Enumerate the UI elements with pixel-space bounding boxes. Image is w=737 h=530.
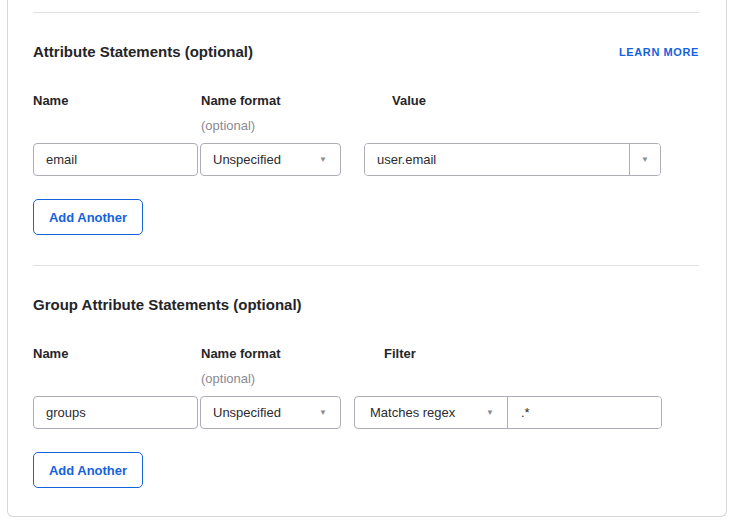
attribute-statement-row: Unspecified ▼ ▼ bbox=[33, 143, 699, 176]
value-column-label: Value bbox=[364, 93, 426, 109]
section-divider bbox=[33, 265, 699, 266]
top-divider bbox=[33, 12, 699, 13]
group-filter-combobox: Matches regex ▼ bbox=[354, 396, 662, 429]
attribute-value-combobox: ▼ bbox=[364, 143, 661, 176]
group-attribute-statements-section: Group Attribute Statements (optional) Na… bbox=[33, 297, 699, 488]
group-filter-value-input[interactable] bbox=[508, 397, 662, 428]
attribute-statements-title: Attribute Statements (optional) bbox=[33, 44, 253, 60]
learn-more-link[interactable]: LEARN MORE bbox=[619, 45, 699, 59]
group-attribute-name-input[interactable] bbox=[33, 396, 198, 429]
group-attribute-statements-title: Group Attribute Statements (optional) bbox=[33, 297, 302, 313]
attribute-name-input[interactable] bbox=[33, 143, 198, 176]
chevron-down-icon: ▼ bbox=[319, 409, 327, 417]
name-column-label: Name bbox=[33, 93, 198, 109]
name-format-column-label: Name format (optional) bbox=[198, 93, 341, 134]
attribute-statements-section: Attribute Statements (optional) LEARN MO… bbox=[33, 44, 699, 235]
chevron-down-icon: ▼ bbox=[486, 409, 494, 417]
saml-settings-card: Attribute Statements (optional) LEARN MO… bbox=[7, 0, 727, 517]
group-name-column-label: Name bbox=[33, 346, 198, 362]
group-name-format-column-label: Name format (optional) bbox=[198, 346, 341, 387]
filter-column-label: Filter bbox=[354, 346, 416, 362]
chevron-down-icon: ▼ bbox=[641, 156, 649, 164]
attribute-value-dropdown-button[interactable]: ▼ bbox=[629, 144, 660, 175]
add-another-attribute-button[interactable]: Add Another bbox=[33, 199, 143, 235]
chevron-down-icon: ▼ bbox=[319, 156, 327, 164]
add-another-group-attribute-button[interactable]: Add Another bbox=[33, 452, 143, 488]
group-name-format-select[interactable]: Unspecified ▼ bbox=[200, 396, 341, 429]
attribute-value-input[interactable] bbox=[365, 144, 629, 175]
name-format-optional-note: (optional) bbox=[201, 117, 341, 134]
group-name-format-optional-note: (optional) bbox=[201, 370, 341, 387]
attribute-name-format-select[interactable]: Unspecified ▼ bbox=[200, 143, 341, 176]
group-filter-type-select[interactable]: Matches regex ▼ bbox=[355, 397, 508, 428]
group-attribute-statement-row: Unspecified ▼ Matches regex ▼ bbox=[33, 396, 699, 429]
